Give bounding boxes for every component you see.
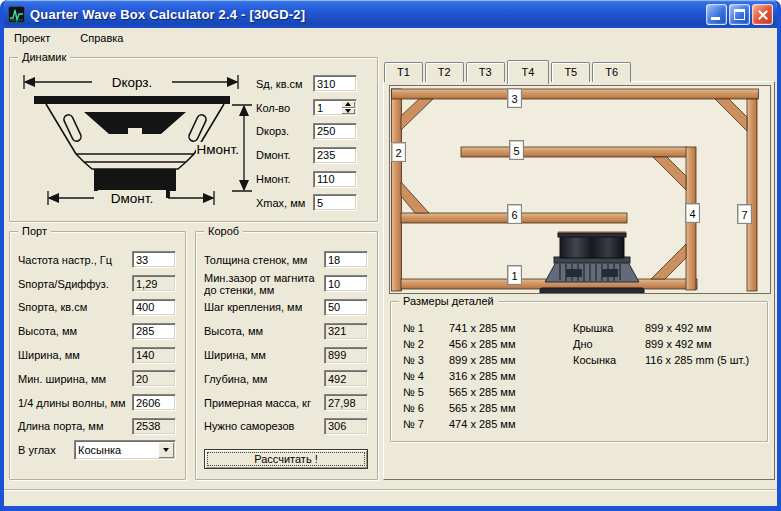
part-name: Дно xyxy=(573,338,645,350)
numbered-parts-list: № 1741 x 285 мм № 2456 x 285 мм № 3899 x… xyxy=(403,320,516,432)
field-row: Длина порта, мм xyxy=(18,415,176,439)
minimize-icon xyxy=(711,17,720,20)
part-row: № 5565 x 285 мм xyxy=(403,384,516,400)
field-label: Шаг крепления, мм xyxy=(204,301,302,313)
tab-t5[interactable]: T5 xyxy=(551,62,590,82)
tuning-frequency-input[interactable] xyxy=(132,251,176,268)
box-fields: Толщина стенок, мм Мин.зазор от магнита … xyxy=(204,248,368,438)
maximize-button[interactable] xyxy=(729,4,750,25)
part-size: 456 x 285 мм xyxy=(449,338,516,350)
dim-label-mount-diameter: Dмонт. xyxy=(111,191,153,206)
part-label-1: 1 xyxy=(507,265,522,285)
part-row: Дно899 x 492 мм xyxy=(573,336,749,352)
named-parts-list: Крышка899 x 492 мм Дно899 x 492 мм Косын… xyxy=(573,320,749,368)
group-part-sizes-title: Размеры деталей xyxy=(399,294,498,308)
field-row: 1/4 длины волны, мм xyxy=(18,391,176,415)
part-name: № 2 xyxy=(403,338,449,350)
driver-count-input[interactable] xyxy=(315,101,341,114)
part-size: 565 x 285 мм xyxy=(449,402,516,414)
port-fields: Частота настр., Гц Sпорта/Sдиффуз. Sпорт… xyxy=(18,248,176,462)
sd-area-input[interactable] xyxy=(313,75,357,92)
tab-strip: T1 T2 T3 T4 T5 T6 xyxy=(384,59,633,82)
screw-spacing-input[interactable] xyxy=(324,299,368,316)
spin-up-icon xyxy=(345,102,351,106)
box-depth-output xyxy=(324,370,368,387)
field-label: Высота, мм xyxy=(204,325,263,337)
part-label-3: 3 xyxy=(507,88,522,108)
window-title: Quarter Wave Box Calculator 2.4 - [30GD-… xyxy=(30,7,706,22)
field-row: Нужно саморезов xyxy=(204,415,368,439)
group-driver: Динамик xyxy=(9,57,378,222)
field-row: Sд, кв.см xyxy=(256,72,357,96)
tab-t4[interactable]: T4 xyxy=(507,60,550,84)
menu-project[interactable]: Проект xyxy=(7,28,57,49)
mount-height-input[interactable] xyxy=(313,171,357,188)
tab-t1[interactable]: T1 xyxy=(384,62,423,82)
field-label: Нужно саморезов xyxy=(204,420,294,432)
part-name: № 7 xyxy=(403,418,449,430)
calculate-button[interactable]: Рассчитать ! xyxy=(204,449,368,469)
part-size: 565 x 285 мм xyxy=(449,386,516,398)
part-size: 899 x 492 мм xyxy=(645,338,712,350)
basket-diameter-input[interactable] xyxy=(313,123,357,140)
combo-dropdown-button[interactable] xyxy=(158,442,174,458)
quarter-wavelength-input[interactable] xyxy=(132,394,176,411)
part-row: № 2456 x 285 мм xyxy=(403,336,516,352)
field-row: Sпорта, кв.см xyxy=(18,296,176,320)
part-name: № 3 xyxy=(403,354,449,366)
part-row: № 7474 x 285 мм xyxy=(403,416,516,432)
part-size: 899 x 492 мм xyxy=(645,322,712,334)
xmax-input[interactable] xyxy=(313,194,357,211)
menu-help[interactable]: Справка xyxy=(73,28,130,49)
sport-sdiff-ratio-output xyxy=(132,275,176,292)
min-width-output xyxy=(132,370,176,387)
part-label-6: 6 xyxy=(507,204,522,224)
port-area-input[interactable] xyxy=(132,299,176,316)
wall-thickness-input[interactable] xyxy=(324,251,368,268)
field-row: Высота, мм xyxy=(204,319,368,343)
spin-down-icon xyxy=(345,109,351,113)
part-label-4: 4 xyxy=(685,203,700,223)
field-row: Примерная масса, кг xyxy=(204,391,368,415)
field-row: В углах Косынка xyxy=(18,438,176,462)
field-row: Нмонт. xyxy=(256,167,357,191)
dim-label-mount-height: Нмонт. xyxy=(197,142,239,157)
part-row: № 1741 x 285 мм xyxy=(403,320,516,336)
titlebar: Quarter Wave Box Calculator 2.4 - [30GD-… xyxy=(0,0,781,28)
close-button[interactable] xyxy=(752,4,773,25)
group-port-title: Порт xyxy=(18,224,51,238)
tab-t3[interactable]: T3 xyxy=(466,62,505,82)
tab-t2[interactable]: T2 xyxy=(425,62,464,82)
field-label: Нмонт. xyxy=(256,173,291,185)
field-label: Глубина, мм xyxy=(204,373,267,385)
corner-type-value: Косынка xyxy=(78,443,121,457)
field-label: Мин.зазор от магнита до стенки, мм xyxy=(204,272,316,296)
field-label: Sпорта/Sдиффуз. xyxy=(18,278,109,290)
port-width-output xyxy=(132,347,176,364)
chevron-down-icon xyxy=(163,448,169,452)
part-size: 116 x 285 mm (5 шт.) xyxy=(645,354,749,366)
mount-diameter-input[interactable] xyxy=(313,147,357,164)
dim-label-basket-diameter: Dкорз. xyxy=(112,75,153,90)
corner-type-select[interactable]: Косынка xyxy=(74,440,176,460)
part-name: № 1 xyxy=(403,322,449,334)
magnet-gap-input[interactable] xyxy=(324,275,368,292)
tab-t6[interactable]: T6 xyxy=(592,62,631,82)
speaker-dimension-diagram: Dкорз. Нмонт. Dмонт. xyxy=(18,72,256,208)
port-height-input[interactable] xyxy=(132,323,176,340)
maximize-icon xyxy=(734,9,745,20)
driver-count-stepper[interactable] xyxy=(313,99,357,116)
part-label-7: 7 xyxy=(737,204,752,224)
field-row: Мин. ширина, мм xyxy=(18,367,176,391)
field-row: Ширина, мм xyxy=(204,343,368,367)
minimize-button[interactable] xyxy=(706,4,727,25)
field-row: Sпорта/Sдиффуз. xyxy=(18,272,176,296)
part-label-5: 5 xyxy=(509,140,524,160)
tab-page-t4: 1 2 3 4 5 6 7 Размеры деталей № 1741 x 2… xyxy=(383,81,775,480)
box-height-output xyxy=(324,323,368,340)
window-controls xyxy=(706,4,773,25)
screws-needed-output xyxy=(324,418,368,435)
field-label: Ширина, мм xyxy=(18,349,80,361)
spin-down-button[interactable] xyxy=(341,108,355,115)
field-label: 1/4 длины волны, мм xyxy=(18,397,126,409)
